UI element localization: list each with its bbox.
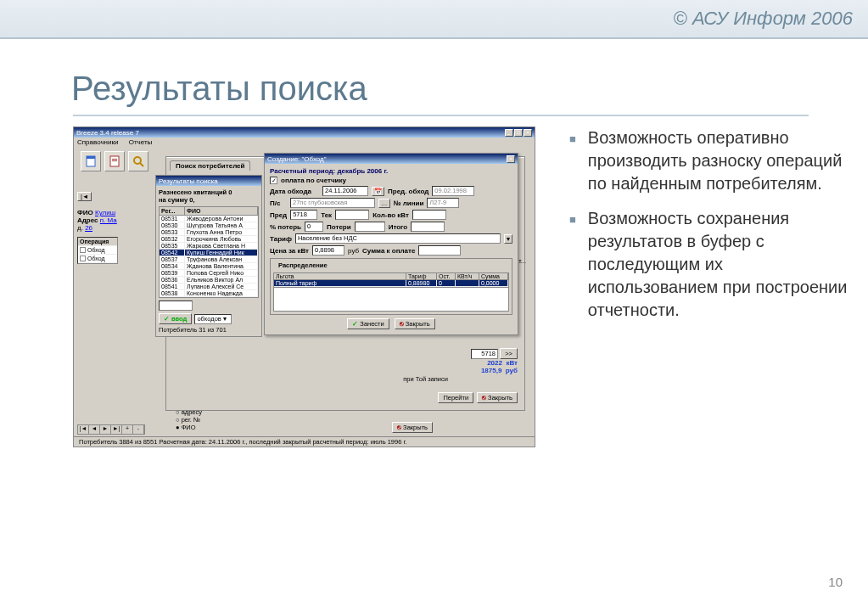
table-row[interactable]: 08533Глухота Анна Петро <box>160 229 258 236</box>
tarif-dd-icon[interactable]: ▾ <box>504 234 512 244</box>
minimize-icon[interactable]: _ <box>505 129 513 137</box>
oplata-checkbox[interactable]: ✓ <box>270 177 277 184</box>
tek-input[interactable] <box>335 210 369 220</box>
table-row[interactable]: 08535Жаркова Светлана Н <box>160 243 258 250</box>
app-title: Breeze 3.4 release 7 <box>76 129 139 137</box>
svg-point-5 <box>134 157 141 164</box>
date-input[interactable]: 24.11.2006 <box>322 186 368 196</box>
sort-radios[interactable]: ○ адресу ○ рег. № ● ФИО <box>176 408 202 431</box>
maximize-icon[interactable]: □ <box>514 129 523 137</box>
table-row[interactable]: 08530Шугурова Татьяна А <box>160 222 258 229</box>
line-input[interactable]: Л27-9 <box>427 198 459 208</box>
ps-input[interactable]: 27пс глубоковская <box>290 198 375 208</box>
statusbar: Потребитель 3884 из 8551 Расчетная дата:… <box>74 436 535 447</box>
adr-label: Адрес <box>77 216 98 224</box>
operation-list[interactable]: Операция Обход Обход <box>77 237 118 264</box>
close-icon[interactable]: × <box>524 129 532 137</box>
svg-rect-1 <box>87 156 95 159</box>
table-row[interactable]: 08531Живодерова Антони <box>160 216 258 222</box>
tarif-select[interactable]: Население без НДС <box>295 233 501 244</box>
page-number: 10 <box>828 575 843 589</box>
side-panel: |◄ ФИО Кулиш Адрес п. Ма д. 26 Операция … <box>77 192 155 264</box>
new-doc-icon[interactable] <box>81 151 101 171</box>
more-button[interactable]: >> <box>500 348 518 359</box>
fio-label: ФИО <box>77 209 93 216</box>
sum-input[interactable] <box>418 245 461 256</box>
svg-rect-3 <box>112 159 117 160</box>
zakryt-main-button[interactable]: ⎋ Закрыть <box>392 422 433 433</box>
bullet-list: Возможность оперативно производить разно… <box>569 126 849 447</box>
perejti-button[interactable]: Перейти <box>438 392 473 403</box>
dlg-close-icon[interactable]: × <box>507 155 515 163</box>
prev-date: 09.02.1998 <box>432 186 474 196</box>
menu-ref[interactable]: Справочники <box>77 138 118 146</box>
pri-toj-label: при Той записи <box>403 375 448 383</box>
bullet-item: Возможность оперативно производить разно… <box>569 126 849 195</box>
obkhodov-select[interactable]: обходов ▾ <box>194 314 232 324</box>
menu-rep[interactable]: Отчеты <box>129 138 153 146</box>
results-status: Потребитель 31 из 701 <box>159 326 259 334</box>
app-titlebar: Breeze 3.4 release 7 _ □ × <box>74 127 535 138</box>
kvt-input[interactable] <box>412 210 446 220</box>
nav-first-button[interactable]: |◄ <box>77 192 92 201</box>
pct-input[interactable]: 0 <box>305 222 323 232</box>
itogo-input[interactable] <box>411 222 445 232</box>
dlg-zakryt-button[interactable]: ⎋ Закрыть <box>395 318 435 329</box>
table-row[interactable]: 08534Жданова Валентина <box>160 263 258 270</box>
poteri-input[interactable] <box>355 222 385 232</box>
table-row[interactable]: 08536Ельников Виктор Ал <box>160 277 258 284</box>
adr-link[interactable]: п. Ма <box>100 216 117 224</box>
price-input[interactable]: 0,8898 <box>312 245 344 256</box>
slide-title: Результаты поиска <box>71 70 868 108</box>
svg-line-6 <box>140 163 143 166</box>
table-row[interactable]: 08532Егорочкина Любовь <box>160 236 258 243</box>
filter-input[interactable] <box>159 300 193 311</box>
bullet-item: Возможность сохранения результатов в буф… <box>569 207 849 322</box>
pred-input[interactable]: 5718 <box>290 210 317 220</box>
slide-header: © АСУ Информ 2006 <box>0 0 868 39</box>
slide-divider <box>73 115 809 116</box>
search-icon[interactable] <box>128 151 148 171</box>
screenshot: Breeze 3.4 release 7 _ □ × Справочники О… <box>73 126 535 447</box>
zakryt-button[interactable]: ⎋ Закрыть <box>477 392 518 403</box>
results-window: Результаты поиска Разнесено квитанций 0 … <box>155 175 262 337</box>
period-label: Расчетный период: декабрь 2006 г. <box>270 167 388 175</box>
cal-icon[interactable]: 📅 <box>372 187 384 196</box>
table-row[interactable]: 08542Кулиш Геннадий Ник <box>160 250 258 256</box>
nav-strip[interactable]: |◄◄►►|+- <box>77 424 145 435</box>
summary-box: 5718 >> 2022 кВт 1875,9 руб <box>471 348 518 374</box>
fio-link[interactable]: Кулиш <box>95 209 115 216</box>
table-row[interactable]: 08538Кононенко Надежда <box>160 290 258 297</box>
table-row[interactable]: 08539Попова Сергей Нико <box>160 270 258 277</box>
create-obhod-dialog: Создание: "Обход"× Расчетный период: дек… <box>264 153 518 335</box>
summary-field[interactable]: 5718 <box>471 349 498 359</box>
dom-link[interactable]: 26 <box>85 224 92 232</box>
table-row[interactable]: 08541Лупанов Алексей Се <box>160 284 258 290</box>
razneseno-label: Разнесено квитанций 0 <box>159 188 232 196</box>
vvod-button[interactable]: ✓ ввод <box>159 313 192 324</box>
report-icon[interactable] <box>104 151 125 171</box>
zanesti-button[interactable]: ✓ Занести <box>347 318 389 329</box>
table-row[interactable]: 08537Труфанова Алексан <box>160 256 258 263</box>
results-grid[interactable]: Рег...ФИО 08531Живодерова Антони08530Шуг… <box>159 206 259 298</box>
ps-dots-icon[interactable]: … <box>378 199 390 208</box>
main-tab[interactable]: Поиск потребителей <box>170 160 250 171</box>
distrib-grid[interactable]: ЛьготаТарифОст.КВт/чСумма Полный тариф0,… <box>273 272 509 288</box>
svg-rect-4 <box>112 160 117 161</box>
summa-label: на сумму 0, <box>159 196 195 204</box>
menubar[interactable]: Справочники Отчеты <box>74 138 535 147</box>
